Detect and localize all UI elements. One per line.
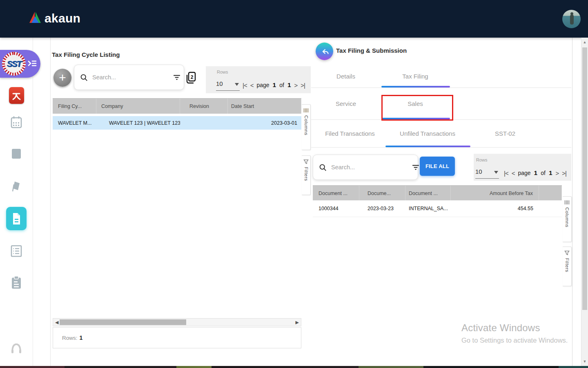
right-pagination: |< < page 1 of 1 > >| [504,169,566,177]
columns-side-tab[interactable]: Columns [563,196,572,242]
rows-per-page-select[interactable]: 10 [216,80,240,91]
tab-tax-filing[interactable]: Tax Filing [381,65,450,88]
scroll-left-arrow[interactable]: ◀ [55,319,58,325]
dai-character-icon [9,87,24,104]
last-page-button[interactable]: >| [562,170,566,177]
cell-document-type: INTERNAL_SA... [405,206,451,211]
expand-menu-icon [27,58,37,70]
right-search-box [313,155,418,180]
page-word: page [256,82,269,88]
column-header[interactable]: Revision [180,99,228,114]
svg-text:2: 2 [191,74,194,80]
desktop-wallpaper-strip [0,366,588,368]
activate-windows-watermark: Activate Windows Go to Settings to activ… [461,322,568,344]
app-root: { "header": { "brand": "akaun" }, "sideb… [0,0,588,368]
column-header[interactable]: Amount Before Tax [451,186,539,201]
sidebar-item-module[interactable] [0,148,33,159]
total-pages: 1 [287,81,291,89]
chevron-down-icon [494,171,498,174]
rows-per-page-select[interactable]: 10 [475,168,499,179]
column-header-spacer [539,186,562,201]
left-pagination: |< < page 1 of 1 > >| [243,81,305,89]
horizontal-scroll-thumb[interactable] [60,319,186,325]
add-filing-cycle-button[interactable]: + [53,69,71,87]
file-all-button[interactable]: FILE ALL [420,157,455,176]
left-search-box [74,65,184,90]
app-header: akaun [0,0,588,38]
document-icon [6,207,27,230]
next-page-button[interactable]: > [294,82,298,89]
filing-cycle-row-selected[interactable]: WAVELET M... WAVELET 123 | WAVELET 123 2… [53,116,301,130]
tertiary-tab-row: Filed Transactions Unfiled Transactions … [311,119,571,148]
sidebar-item-support[interactable] [0,342,33,354]
tab-sst-02[interactable]: SST-02 [466,119,544,147]
sidebar-item-dai-app[interactable] [0,87,33,104]
calendar-icon [10,116,22,129]
sidebar-item-tax-filing-active[interactable] [0,207,33,230]
sidebar-item-calendar[interactable] [0,116,33,129]
cell-amount-before-tax: 454.55 [451,206,539,211]
column-header[interactable]: Document ... [313,186,359,201]
brand-name: akaun [45,11,80,25]
sidebar-item-sst[interactable]: SST [0,50,40,78]
duplicate-pages-icon[interactable]: 2 [185,71,197,86]
filter-list-icon[interactable] [173,74,180,81]
columns-side-tab[interactable]: Columns [302,104,311,150]
column-header[interactable]: Date Start [228,99,301,114]
left-panel-title: Tax Filing Cycle Listing [52,51,120,58]
filter-list-icon[interactable] [412,164,419,171]
sidebar-item-report-list[interactable] [0,245,33,258]
unfiled-transaction-row[interactable]: 1000344 2023-03-23 INTERNAL_SA... 454.55 [313,200,562,217]
cell-document-number: 1000344 [313,206,359,211]
next-page-button[interactable]: > [556,170,559,177]
back-button[interactable] [316,43,333,60]
sidebar-item-clipboard[interactable] [0,276,33,289]
tab-filed-transactions[interactable]: Filed Transactions [311,119,389,147]
of-word: of [541,170,546,176]
right-search-input[interactable] [330,164,408,171]
tab-service[interactable]: Service [311,88,381,119]
chevron-down-icon [235,83,239,86]
filter-funnel-icon [564,250,570,256]
tax-filing-submission-panel: Tax Filing & Submission Details Tax Fili… [311,38,572,366]
list-icon [10,245,22,258]
active-tab-underline [385,146,470,147]
user-avatar[interactable] [562,10,581,28]
brand-logo: akaun [29,11,80,26]
column-header[interactable]: Company [96,99,180,114]
prev-page-button[interactable]: < [250,82,254,89]
tax-filing-cycle-panel: Tax Filing Cycle Listing + 2 Rows 10 |< … [50,38,312,366]
scroll-down-arrow[interactable]: ▼ [581,359,588,364]
of-word: of [279,82,284,88]
cell-filing-cycle: WAVELET M... [53,120,96,126]
rows-per-page-label: Rows [217,70,228,74]
vertical-scroll-thumb[interactable] [582,47,587,310]
sst-logo-icon: SST [2,52,26,76]
primary-tab-row: Details Tax Filing [311,65,571,88]
scroll-up-arrow[interactable]: ▲ [581,40,588,44]
column-header[interactable]: Document ... [405,186,451,201]
prev-page-button[interactable]: < [512,170,515,177]
tab-unfiled-transactions[interactable]: Unfiled Transactions [389,119,466,147]
cell-date-start: 2023-03-01 [228,120,301,126]
sidebar-item-flag[interactable] [0,180,33,193]
scroll-right-arrow[interactable]: ▶ [296,319,299,325]
module-sidebar: SST [0,38,33,366]
first-page-button[interactable]: |< [504,170,508,177]
filter-funnel-icon [303,159,309,164]
square-icon [11,148,21,159]
column-header[interactable]: Docume... [359,186,405,201]
filters-side-tab[interactable]: Filters [302,155,311,195]
cell-document-date: 2023-03-23 [359,206,405,211]
search-icon [319,164,327,171]
tab-details[interactable]: Details [311,65,381,88]
columns-icon [303,108,309,113]
rows-count-label: Rows: [62,335,78,341]
first-page-button[interactable]: |< [243,82,247,89]
left-table-header: Filing Cy... Company Revision Date Start [53,98,301,114]
left-table-footer: Rows: 1 [53,327,301,348]
column-header[interactable]: Filing Cy... [53,99,96,114]
last-page-button[interactable]: >| [301,82,305,89]
left-search-input[interactable] [91,74,169,81]
filters-side-tab[interactable]: Filters [563,247,572,286]
